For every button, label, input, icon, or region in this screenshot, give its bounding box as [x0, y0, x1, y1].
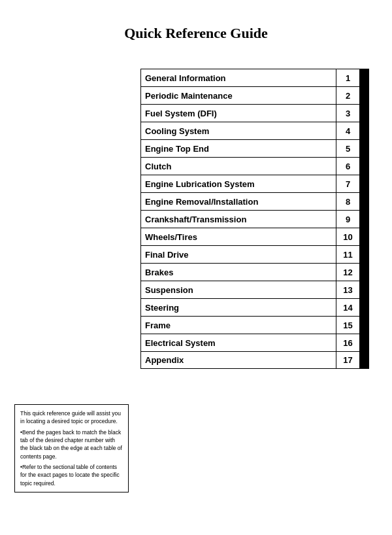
- toc-row: Clutch6: [140, 157, 369, 175]
- toc-row: Wheels/Tires10: [140, 228, 369, 245]
- toc-row: Fuel System (DFI)3: [140, 104, 369, 122]
- toc-number: 14: [336, 299, 359, 316]
- toc-tab: [359, 334, 368, 351]
- toc-tab: [359, 228, 368, 245]
- toc-tab: [359, 175, 368, 192]
- note-line1: This quick reference guide will assist y…: [20, 409, 123, 426]
- toc-row: Final Drive11: [140, 245, 369, 263]
- toc-number: 17: [336, 352, 359, 368]
- toc-label: Brakes: [141, 264, 336, 281]
- toc-tab: [359, 69, 368, 86]
- toc-label: Fuel System (DFI): [141, 105, 336, 122]
- toc-tab: [359, 211, 368, 228]
- toc-row: Engine Removal/Installation8: [140, 192, 369, 210]
- toc-row: Engine Top End5: [140, 139, 369, 157]
- toc-label: Wheels/Tires: [141, 228, 336, 245]
- toc-number: 1: [336, 69, 359, 86]
- note-box: This quick reference guide will assist y…: [14, 404, 129, 492]
- toc-number: 7: [336, 175, 359, 192]
- toc-tab: [359, 264, 368, 281]
- toc-label: Frame: [141, 317, 336, 334]
- toc-label: Engine Removal/Installation: [141, 193, 336, 210]
- toc-row: Cooling System4: [140, 122, 369, 139]
- toc-number: 16: [336, 334, 359, 351]
- toc-number: 11: [336, 246, 359, 263]
- toc-label: Engine Lubrication System: [141, 175, 336, 192]
- toc-number: 8: [336, 193, 359, 210]
- toc-row: Electrical System16: [140, 334, 369, 351]
- toc-label: Crankshaft/Transmission: [141, 211, 336, 228]
- toc-row: Frame15: [140, 316, 369, 334]
- toc-number: 12: [336, 264, 359, 281]
- toc-label: Cooling System: [141, 122, 336, 139]
- toc-number: 5: [336, 140, 359, 157]
- toc-tab: [359, 246, 368, 263]
- toc-row: Periodic Maintenance2: [140, 86, 369, 104]
- toc-label: Appendix: [141, 352, 336, 368]
- toc-number: 13: [336, 281, 359, 298]
- toc-label: Periodic Maintenance: [141, 87, 336, 104]
- page-title: Quick Reference Guide: [0, 0, 392, 58]
- toc-label: Electrical System: [141, 334, 336, 351]
- toc-tab: [359, 193, 368, 210]
- toc-label: Clutch: [141, 158, 336, 175]
- toc-row: Crankshaft/Transmission9: [140, 210, 369, 228]
- toc-container: General Information1Periodic Maintenance…: [140, 69, 369, 369]
- note-line3: •Refer to the sectional table of content…: [20, 463, 123, 487]
- toc-number: 9: [336, 211, 359, 228]
- toc-number: 2: [336, 87, 359, 104]
- toc-number: 4: [336, 122, 359, 139]
- toc-label: Final Drive: [141, 246, 336, 263]
- toc-tab: [359, 158, 368, 175]
- toc-row: Suspension13: [140, 281, 369, 298]
- toc-number: 6: [336, 158, 359, 175]
- toc-row: Appendix17: [140, 351, 369, 369]
- toc-label: Suspension: [141, 281, 336, 298]
- toc-row: General Information1: [140, 69, 369, 86]
- toc-label: Engine Top End: [141, 140, 336, 157]
- toc-row: Brakes12: [140, 263, 369, 281]
- toc-number: 15: [336, 317, 359, 334]
- toc-row: Steering14: [140, 298, 369, 316]
- toc-tab: [359, 317, 368, 334]
- toc-number: 10: [336, 228, 359, 245]
- toc-row: Engine Lubrication System7: [140, 175, 369, 192]
- toc-tab: [359, 87, 368, 104]
- toc-tab: [359, 122, 368, 139]
- note-line2: •Bend the pages back to match the black …: [20, 428, 123, 460]
- toc-tab: [359, 299, 368, 316]
- toc-number: 3: [336, 105, 359, 122]
- toc-tab: [359, 352, 368, 368]
- toc-tab: [359, 140, 368, 157]
- toc-label: Steering: [141, 299, 336, 316]
- toc-label: General Information: [141, 69, 336, 86]
- toc-tab: [359, 105, 368, 122]
- toc-tab: [359, 281, 368, 298]
